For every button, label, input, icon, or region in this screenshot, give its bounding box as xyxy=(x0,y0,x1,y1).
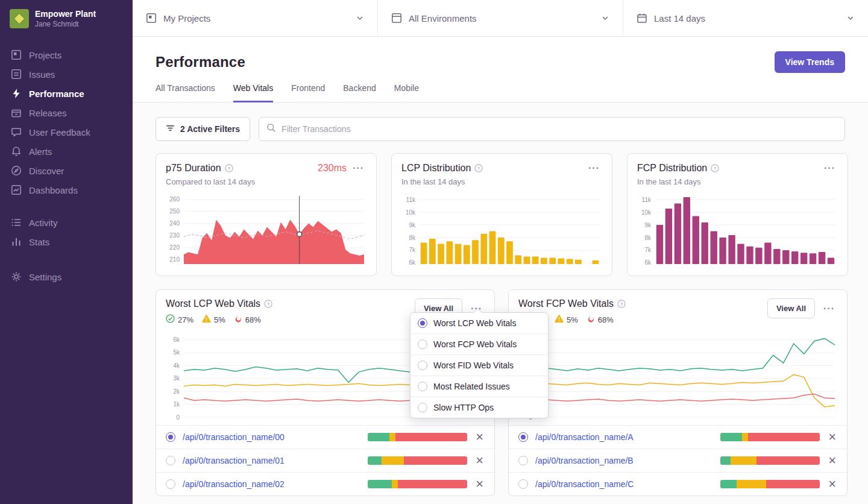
svg-text:6k: 6k xyxy=(173,336,180,343)
transaction-link[interactable]: /api/0/transaction_name/C xyxy=(535,479,713,489)
fire-icon xyxy=(587,314,595,325)
search-input[interactable] xyxy=(281,124,837,134)
close-icon[interactable]: × xyxy=(827,433,837,441)
sidebar-item-performance[interactable]: Performance xyxy=(0,84,133,103)
sidebar-item-activity[interactable]: Activity xyxy=(0,213,133,232)
sidebar-item-label: Dashboards xyxy=(29,185,78,195)
sidebar-item-label: Activity xyxy=(29,218,58,228)
vitals-legend: 27% 5% 68% xyxy=(166,314,272,325)
option-radio xyxy=(418,318,427,328)
sidebar-item-issues[interactable]: Issues xyxy=(0,65,133,84)
row-radio[interactable] xyxy=(518,432,528,442)
transaction-link[interactable]: /api/0/transaction_name/A xyxy=(535,432,713,442)
lcp-distribution-chart: 6k7k8k9k10k11k xyxy=(401,192,602,267)
tab-mobile[interactable]: Mobile xyxy=(394,83,419,102)
org-switcher[interactable]: Empower Plant Jane Schmidt xyxy=(0,0,133,37)
close-icon[interactable]: × xyxy=(827,456,837,465)
table-row: /api/0/transaction_name/B × xyxy=(509,449,847,472)
view-all-button[interactable]: View All xyxy=(767,298,815,318)
svg-text:?: ? xyxy=(714,166,717,171)
view-trends-button[interactable]: View Trends xyxy=(775,51,845,73)
sidebar-item-discover[interactable]: Discover xyxy=(0,161,133,180)
menu-item-label: Most Related Issues xyxy=(433,382,510,391)
primary-nav: Projects Issues Performance Releases Use… xyxy=(0,45,133,200)
tab-all-transactions[interactable]: All Transactions xyxy=(156,83,215,102)
global-filter-bar: My Projects All Environments Last 14 day… xyxy=(133,0,868,37)
close-icon[interactable]: × xyxy=(474,456,485,465)
sidebar-item-alerts[interactable]: Alerts xyxy=(0,142,133,161)
vitals-bar xyxy=(720,433,820,441)
help-icon[interactable]: ? xyxy=(711,164,719,172)
help-icon[interactable]: ? xyxy=(264,300,272,308)
project-selector[interactable]: My Projects xyxy=(133,0,378,36)
sidebar-item-label: Releases xyxy=(29,108,67,118)
help-icon[interactable]: ? xyxy=(617,300,626,308)
close-icon[interactable]: × xyxy=(474,480,485,488)
tab-web-vitals[interactable]: Web Vitals xyxy=(233,83,273,102)
card-menu-button[interactable]: ··· xyxy=(350,162,366,174)
svg-text:?: ? xyxy=(227,166,230,171)
date-range-label: Last 14 days xyxy=(654,13,705,24)
sidebar-item-releases[interactable]: Releases xyxy=(0,103,133,122)
tab-frontend[interactable]: Frontend xyxy=(291,83,325,102)
table-row: /api/0/transaction_name/C × xyxy=(509,472,847,496)
sidebar-item-user-feedback[interactable]: User Feedback xyxy=(0,122,133,142)
transaction-link[interactable]: /api/0/transaction_name/B xyxy=(535,456,713,465)
page-title: Performance xyxy=(156,54,245,71)
transaction-link[interactable]: /api/0/transaction_name/00 xyxy=(183,432,360,442)
menu-item-worst-fcp[interactable]: Worst FCP Web Vitals xyxy=(410,333,548,354)
vitals-dropdown-menu: Worst LCP Web Vitals Worst FCP Web Vital… xyxy=(410,312,549,418)
row-radio[interactable] xyxy=(166,456,175,465)
svg-text:3k: 3k xyxy=(173,375,180,382)
environment-selector-label: All Environments xyxy=(409,13,477,24)
close-icon[interactable]: × xyxy=(474,433,485,441)
card-menu-button[interactable]: ··· xyxy=(586,162,602,174)
search-box xyxy=(259,117,845,141)
sidebar-item-label: Issues xyxy=(29,69,55,80)
sidebar-item-stats[interactable]: Stats xyxy=(0,232,133,251)
transaction-link[interactable]: /api/0/transaction_name/01 xyxy=(183,456,360,465)
row-radio[interactable] xyxy=(518,479,528,489)
good-percent: 27% xyxy=(178,315,193,324)
secondary-nav: Activity Stats xyxy=(0,213,133,251)
close-icon[interactable]: × xyxy=(827,480,837,488)
sidebar: Empower Plant Jane Schmidt Projects Issu… xyxy=(0,0,133,504)
option-radio xyxy=(418,382,427,391)
sidebar-item-dashboards[interactable]: Dashboards xyxy=(0,180,133,200)
card-title: p75 Duration xyxy=(166,163,221,174)
svg-text:8k: 8k xyxy=(644,235,652,241)
row-radio[interactable] xyxy=(518,456,528,465)
tab-backend[interactable]: Backend xyxy=(343,83,376,102)
transaction-link[interactable]: /api/0/transaction_name/02 xyxy=(183,479,360,489)
vitals-bar xyxy=(720,480,820,488)
vitals-bar xyxy=(720,456,820,465)
svg-text:6k: 6k xyxy=(409,259,416,266)
sidebar-item-projects[interactable]: Projects xyxy=(0,45,133,65)
search-icon xyxy=(266,123,276,135)
menu-item-worst-lcp[interactable]: Worst LCP Web Vitals xyxy=(410,313,548,333)
menu-item-worst-fid[interactable]: Worst FID Web Vitals xyxy=(410,354,548,376)
help-icon[interactable]: ? xyxy=(474,164,483,172)
card-menu-button[interactable]: ··· xyxy=(821,303,837,315)
row-radio[interactable] xyxy=(166,479,175,489)
vitals-section: Worst LCP Web Vitals ? 27% 5% 68% xyxy=(156,289,845,496)
sidebar-item-settings[interactable]: Settings xyxy=(0,267,133,286)
environment-selector[interactable]: All Environments xyxy=(378,0,623,36)
menu-item-slow-http-ops[interactable]: Slow HTTP Ops xyxy=(410,397,548,418)
alerts-icon xyxy=(11,146,22,157)
row-radio[interactable] xyxy=(166,432,175,442)
sidebar-item-label: Projects xyxy=(29,50,61,60)
fcp-distribution-card: FCP Distribution ? ··· In the last 14 da… xyxy=(627,153,848,276)
active-filters-button[interactable]: 2 Active Filters xyxy=(156,117,250,141)
menu-item-most-related-issues[interactable]: Most Related Issues xyxy=(410,376,548,397)
worst-fcp-chart: 01k2k3k4k5k6k xyxy=(518,331,837,420)
option-radio xyxy=(418,339,427,349)
help-icon[interactable]: ? xyxy=(225,164,233,172)
date-range-selector[interactable]: Last 14 days xyxy=(623,0,868,36)
svg-text:5k: 5k xyxy=(173,349,180,356)
svg-text:7k: 7k xyxy=(409,247,416,253)
svg-text:250: 250 xyxy=(169,208,180,215)
worst-fcp-card: Worst FCP Web Vitals ? 27% 5% 68% xyxy=(508,289,848,496)
project-selector-label: My Projects xyxy=(163,13,210,24)
card-menu-button[interactable]: ··· xyxy=(822,162,838,174)
